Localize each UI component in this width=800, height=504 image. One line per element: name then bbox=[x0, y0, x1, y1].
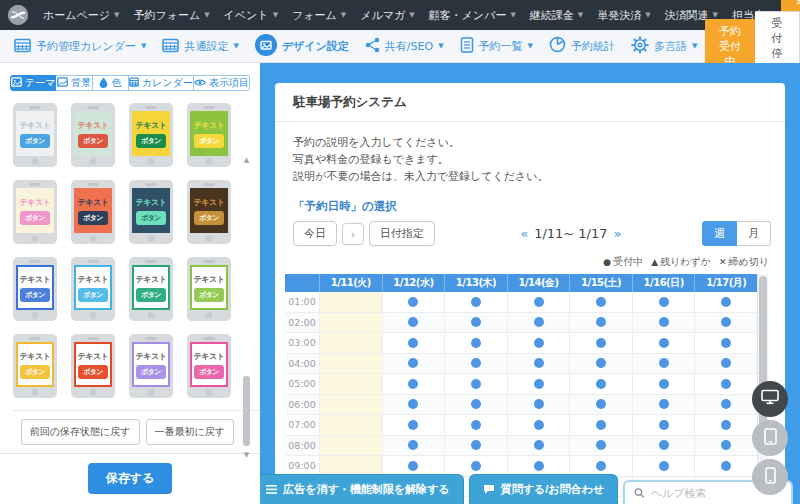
design-tab-テーマ[interactable]: テーマ bbox=[10, 75, 56, 91]
slot-cell[interactable] bbox=[695, 333, 757, 353]
scrollbar-up-arrow-icon[interactable]: ▲ bbox=[242, 156, 251, 164]
slot-cell[interactable] bbox=[570, 333, 633, 353]
toolbar-item-共有/SEO[interactable]: 共有/SEO▼ bbox=[357, 37, 452, 56]
slot-cell[interactable] bbox=[633, 354, 696, 374]
slot-cell[interactable] bbox=[570, 292, 633, 312]
week-view-button[interactable]: 週 bbox=[702, 221, 737, 246]
theme-option-10[interactable]: テキストボタン bbox=[71, 257, 115, 321]
navbar-menu-item[interactable]: 予約フォーム▼ bbox=[126, 8, 216, 23]
slot-cell[interactable] bbox=[570, 395, 633, 415]
slot-cell[interactable] bbox=[383, 456, 446, 476]
slot-cell[interactable] bbox=[633, 395, 696, 415]
slot-cell[interactable] bbox=[508, 374, 571, 394]
theme-option-14[interactable]: テキストボタン bbox=[71, 334, 115, 398]
slot-cell[interactable] bbox=[508, 313, 571, 333]
slot-cell[interactable] bbox=[445, 436, 508, 456]
month-view-button[interactable]: 月 bbox=[737, 221, 771, 246]
slot-cell[interactable] bbox=[320, 333, 383, 353]
theme-option-9[interactable]: テキストボタン bbox=[13, 257, 57, 321]
theme-option-12[interactable]: テキストボタン bbox=[187, 257, 231, 321]
restore-last-saved-button[interactable]: 前回の保存状態に戻す bbox=[21, 419, 140, 445]
slot-cell[interactable] bbox=[570, 436, 633, 456]
slot-cell[interactable] bbox=[320, 313, 383, 333]
scrollbar-thumb[interactable] bbox=[243, 376, 250, 446]
device-preview-desktop-button[interactable] bbox=[752, 381, 788, 417]
navbar-menu-item[interactable]: フォーム▼ bbox=[285, 8, 353, 23]
slot-cell[interactable] bbox=[633, 456, 696, 476]
slot-cell[interactable] bbox=[633, 333, 696, 353]
slot-cell[interactable] bbox=[695, 354, 757, 374]
navbar-menu-item[interactable]: 単発決済▼ bbox=[590, 8, 657, 23]
theme-option-6[interactable]: テキストボタン bbox=[71, 180, 115, 244]
slot-cell[interactable] bbox=[445, 415, 508, 435]
slot-cell[interactable] bbox=[695, 456, 757, 476]
slot-cell[interactable] bbox=[445, 395, 508, 415]
slot-cell[interactable] bbox=[445, 374, 508, 394]
slot-cell[interactable] bbox=[508, 415, 571, 435]
navbar-menu-item[interactable]: メルマガ▼ bbox=[353, 8, 421, 23]
slot-cell[interactable] bbox=[320, 456, 383, 476]
panel-scrollbar[interactable]: ▲ ▼ bbox=[242, 158, 251, 457]
slot-cell[interactable] bbox=[383, 313, 446, 333]
slot-cell[interactable] bbox=[633, 374, 696, 394]
slot-cell[interactable] bbox=[695, 374, 757, 394]
save-button[interactable]: 保存する bbox=[88, 463, 173, 494]
slot-cell[interactable] bbox=[383, 333, 446, 353]
remove-ads-button[interactable]: 広告を消す・機能制限を解除する bbox=[260, 474, 464, 504]
theme-option-3[interactable]: テキストボタン bbox=[129, 103, 173, 167]
slot-cell[interactable] bbox=[508, 292, 571, 312]
navbar-menu-item[interactable]: 顧客・メンバー▼ bbox=[422, 8, 523, 23]
slot-cell[interactable] bbox=[383, 415, 446, 435]
slot-cell[interactable] bbox=[508, 395, 571, 415]
slot-cell[interactable] bbox=[695, 436, 757, 456]
design-tab-表示項目[interactable]: 表示項目 bbox=[194, 75, 250, 91]
slot-cell[interactable] bbox=[508, 456, 571, 476]
device-preview-phone-button[interactable] bbox=[752, 459, 788, 495]
slot-cell[interactable] bbox=[445, 354, 508, 374]
toolbar-item-共通設定[interactable]: 共通設定▼ bbox=[154, 37, 246, 56]
toolbar-item-多言語[interactable]: 多言語▼ bbox=[623, 36, 705, 57]
theme-option-15[interactable]: テキストボタン bbox=[129, 334, 173, 398]
slot-cell[interactable] bbox=[570, 374, 633, 394]
toolbar-item-予約一覧[interactable]: 予約一覧▼ bbox=[452, 37, 541, 56]
slot-cell[interactable] bbox=[508, 354, 571, 374]
slot-cell[interactable] bbox=[695, 415, 757, 435]
slot-cell[interactable] bbox=[695, 395, 757, 415]
theme-option-11[interactable]: テキストボタン bbox=[129, 257, 173, 321]
slot-cell[interactable] bbox=[383, 436, 446, 456]
slot-cell[interactable] bbox=[633, 313, 696, 333]
date-picker-button[interactable]: 日付指定 bbox=[369, 221, 435, 246]
slot-cell[interactable] bbox=[633, 292, 696, 312]
slot-cell[interactable] bbox=[320, 374, 383, 394]
prev-week-icon[interactable]: « bbox=[514, 226, 534, 241]
slot-cell[interactable] bbox=[383, 374, 446, 394]
slot-cell[interactable] bbox=[445, 456, 508, 476]
slot-cell[interactable] bbox=[695, 313, 757, 333]
contact-button[interactable]: 質問する/お問合わせ bbox=[469, 474, 618, 504]
slot-cell[interactable] bbox=[320, 354, 383, 374]
theme-option-1[interactable]: テキストボタン bbox=[13, 103, 57, 167]
design-tab-色[interactable]: 色 bbox=[93, 75, 129, 91]
theme-option-13[interactable]: テキストボタン bbox=[13, 334, 57, 398]
theme-option-2[interactable]: テキストボタン bbox=[71, 103, 115, 167]
toolbar-item-予約統計[interactable]: 予約統計 bbox=[541, 36, 623, 56]
slot-cell[interactable] bbox=[570, 313, 633, 333]
slot-cell[interactable] bbox=[445, 333, 508, 353]
scrollbar-down-arrow-icon[interactable]: ▼ bbox=[242, 451, 251, 459]
slot-cell[interactable] bbox=[383, 354, 446, 374]
slot-cell[interactable] bbox=[383, 292, 446, 312]
theme-option-7[interactable]: テキストボタン bbox=[129, 180, 173, 244]
navbar-menu-item[interactable]: 継続課金▼ bbox=[523, 8, 590, 23]
slot-cell[interactable] bbox=[570, 456, 633, 476]
slot-cell[interactable] bbox=[570, 354, 633, 374]
reset-to-default-button[interactable]: 一番最初に戻す bbox=[146, 419, 234, 445]
slot-cell[interactable] bbox=[320, 292, 383, 312]
slot-cell[interactable] bbox=[320, 415, 383, 435]
slot-cell[interactable] bbox=[508, 436, 571, 456]
design-tab-背景[interactable]: 背景 bbox=[56, 75, 92, 91]
toolbar-item-予約管理カレンダー[interactable]: 予約管理カレンダー▼ bbox=[6, 37, 154, 56]
app-logo-icon[interactable] bbox=[8, 5, 28, 25]
theme-option-4[interactable]: テキストボタン bbox=[187, 103, 231, 167]
slot-cell[interactable] bbox=[695, 292, 757, 312]
slot-cell[interactable] bbox=[320, 436, 383, 456]
